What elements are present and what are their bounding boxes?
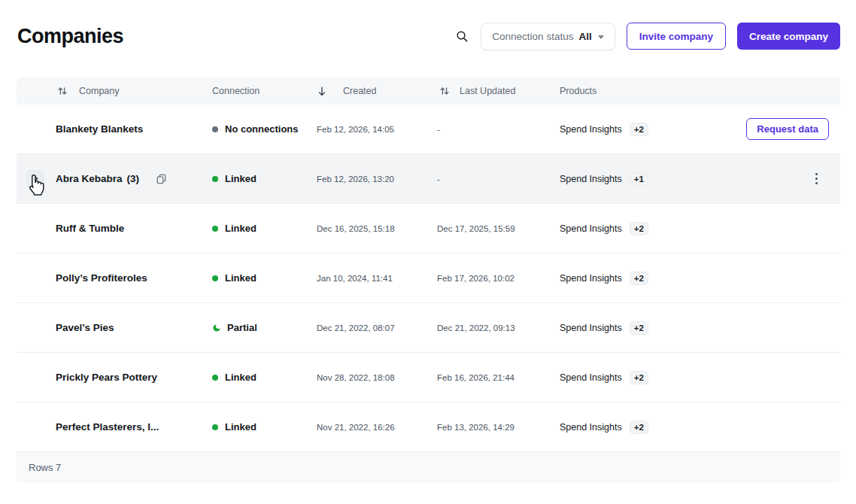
column-label: Products bbox=[560, 86, 596, 96]
more-products-badge: +1 bbox=[630, 172, 648, 186]
created-date: Feb 12, 2026, 13:20 bbox=[317, 175, 437, 184]
table-row[interactable]: Polly’s Profiteroles Linked Jan 10, 2024… bbox=[17, 254, 840, 303]
last-updated-date: Feb 17, 2026, 10:02 bbox=[437, 274, 560, 283]
table-body: Blankety Blankets No connections Feb 12,… bbox=[17, 105, 840, 452]
table-footer: Rows 7 bbox=[17, 452, 840, 483]
more-products-badge: +2 bbox=[630, 321, 648, 335]
product-name: Spend Insights bbox=[560, 372, 622, 383]
table-header: Company Connection Created Last Updated … bbox=[17, 77, 840, 105]
filter-label: Connection status bbox=[492, 31, 573, 42]
page-title: Companies bbox=[17, 25, 123, 48]
search-icon[interactable] bbox=[454, 29, 469, 44]
column-header-company[interactable]: Company bbox=[17, 86, 212, 96]
product-name: Spend Insights bbox=[560, 273, 622, 284]
last-updated-date: Feb 13, 2026, 14:29 bbox=[437, 423, 560, 432]
connection-status-label: Partial bbox=[227, 322, 257, 333]
connection-status-label: Linked bbox=[225, 272, 256, 284]
table-row[interactable]: Pavel’s Pies Partial Dec 21, 2022, 08:07… bbox=[17, 303, 840, 353]
table-row[interactable]: Blankety Blankets No connections Feb 12,… bbox=[17, 105, 840, 154]
copy-button[interactable] bbox=[156, 173, 167, 185]
chevron-right-icon bbox=[32, 175, 40, 183]
connection-status-label: Linked bbox=[225, 173, 256, 184]
filter-value: All bbox=[578, 31, 591, 42]
status-dot-green bbox=[212, 275, 218, 281]
more-products-badge: +2 bbox=[630, 272, 648, 285]
connection-status-filter[interactable]: Connection status All bbox=[481, 23, 615, 50]
column-label: Connection bbox=[212, 86, 260, 96]
request-data-button[interactable]: Request data bbox=[746, 118, 829, 140]
create-company-button[interactable]: Create company bbox=[737, 23, 840, 50]
expand-row-button[interactable] bbox=[26, 170, 44, 188]
product-name: Spend Insights bbox=[560, 422, 622, 433]
table-row[interactable]: Perfect Plasterers, I... Linked Nov 21, … bbox=[17, 402, 840, 452]
connection-status-label: No connections bbox=[225, 123, 299, 135]
column-label: Last Updated bbox=[460, 86, 515, 96]
column-header-created[interactable]: Created bbox=[317, 86, 437, 97]
created-date: Feb 12, 2026, 14:05 bbox=[317, 125, 437, 134]
status-dot-green bbox=[212, 226, 218, 232]
product-name: Spend Insights bbox=[560, 124, 622, 135]
company-name: Abra Kebabra bbox=[56, 173, 123, 184]
created-date: Nov 21, 2022, 16:26 bbox=[317, 423, 437, 432]
kebab-menu-icon[interactable] bbox=[812, 170, 821, 187]
created-date: Dec 21, 2022, 08:07 bbox=[317, 323, 437, 332]
product-name: Spend Insights bbox=[560, 323, 622, 333]
status-dot-green bbox=[212, 176, 218, 182]
company-name: Prickly Pears Pottery bbox=[56, 372, 157, 383]
status-dot-gray bbox=[212, 126, 218, 132]
last-updated-date: Dec 17, 2025, 15:59 bbox=[437, 224, 560, 233]
last-updated-date: Feb 16, 2026, 21:44 bbox=[437, 373, 560, 382]
column-header-products: Products bbox=[560, 86, 672, 96]
sort-updown-icon bbox=[439, 86, 450, 96]
connection-status-label: Linked bbox=[225, 421, 256, 433]
created-date: Dec 16, 2025, 15:18 bbox=[317, 224, 437, 233]
more-products-badge: +2 bbox=[630, 371, 648, 384]
column-header-connection: Connection bbox=[212, 86, 317, 96]
status-dot-green bbox=[212, 375, 218, 381]
top-bar: Companies Connection status All Invite c… bbox=[0, 0, 856, 53]
partial-connection-icon bbox=[212, 323, 221, 332]
more-products-badge: +2 bbox=[630, 123, 648, 136]
company-name: Ruff & Tumble bbox=[56, 223, 124, 234]
company-name: Polly’s Profiteroles bbox=[56, 272, 147, 284]
table-row[interactable]: Prickly Pears Pottery Linked Nov 28, 202… bbox=[17, 353, 840, 402]
status-dot-green bbox=[212, 424, 218, 430]
table-row[interactable]: Ruff & Tumble Linked Dec 16, 2025, 15:18… bbox=[17, 204, 840, 254]
toolbar-controls: Connection status All Invite company Cre… bbox=[454, 23, 840, 50]
company-count: (3) bbox=[127, 173, 140, 184]
last-updated-date: - bbox=[437, 125, 560, 134]
created-date: Nov 28, 2022, 18:08 bbox=[317, 373, 437, 382]
rows-count-label: Rows 7 bbox=[29, 462, 61, 473]
connection-status-label: Linked bbox=[225, 372, 256, 383]
created-date: Jan 10, 2024, 11:41 bbox=[317, 274, 437, 283]
table-row[interactable]: Abra Kebabra (3) Linked Feb 12, 2026, 13… bbox=[17, 154, 840, 204]
more-products-badge: +2 bbox=[630, 222, 648, 235]
sort-updown-icon bbox=[57, 86, 68, 96]
product-name: Spend Insights bbox=[560, 174, 622, 184]
copy-icon bbox=[156, 173, 167, 185]
companies-table: Company Connection Created Last Updated … bbox=[17, 77, 840, 483]
company-name: Perfect Plasterers, I... bbox=[56, 421, 159, 433]
more-products-badge: +2 bbox=[630, 421, 648, 434]
column-header-last-updated[interactable]: Last Updated bbox=[437, 86, 560, 96]
company-name: Blankety Blankets bbox=[56, 123, 143, 135]
sort-desc-icon bbox=[317, 86, 327, 97]
column-label: Company bbox=[79, 86, 120, 96]
chevron-down-icon bbox=[598, 35, 604, 39]
last-updated-date: Dec 21, 2022, 09:13 bbox=[437, 323, 560, 332]
company-name: Pavel’s Pies bbox=[56, 322, 114, 333]
product-name: Spend Insights bbox=[560, 223, 622, 234]
column-label: Created bbox=[343, 86, 376, 96]
invite-company-button[interactable]: Invite company bbox=[627, 23, 726, 50]
connection-status-label: Linked bbox=[225, 223, 256, 234]
last-updated-date: - bbox=[437, 175, 560, 184]
